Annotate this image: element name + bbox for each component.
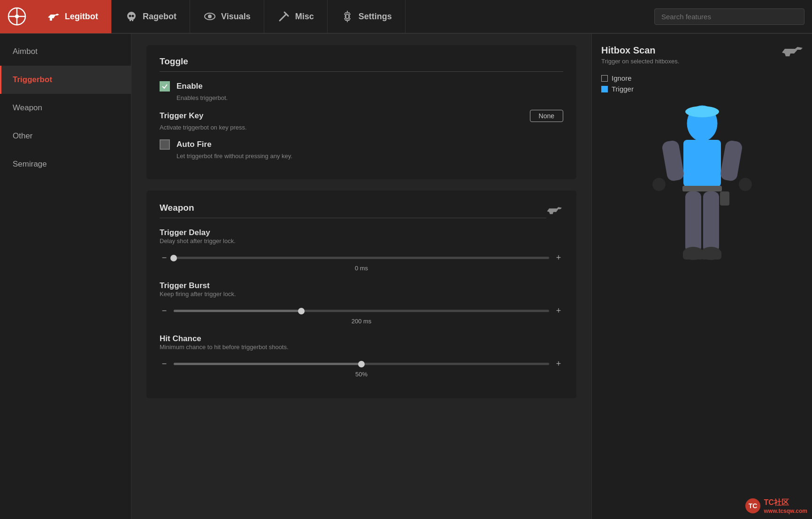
hit-chance-thumb[interactable] [358, 361, 365, 367]
trigger-delay-plus[interactable]: + [554, 253, 563, 263]
settings-label: Settings [359, 12, 392, 22]
trigger-burst-slider: Trigger Burst Keep firing after trigger … [160, 281, 563, 325]
trigger-burst-minus[interactable]: − [160, 306, 169, 316]
enable-row: Enable [160, 81, 563, 92]
hit-chance-track[interactable] [174, 363, 549, 365]
trigger-key-desc: Activate triggerbot on key press. [160, 124, 563, 131]
svg-rect-20 [719, 140, 743, 182]
svg-rect-18 [682, 186, 722, 191]
svg-rect-29 [720, 191, 729, 206]
legitbot-icon [47, 10, 60, 23]
right-panel: Hitbox Scan Trigger on selected hitboxes… [591, 34, 812, 519]
visuals-label: Visuals [221, 12, 251, 22]
character-svg [632, 98, 773, 323]
content-area: Toggle Enable Enables triggerbot. Trigge… [131, 34, 591, 519]
character-display [601, 98, 803, 323]
sidebar-item-aimbot[interactable]: Aimbot [0, 38, 131, 66]
svg-text:TC: TC [748, 502, 757, 510]
trigger-burst-value: 200 ms [160, 318, 563, 325]
sidebar-item-triggerbot[interactable]: Triggerbot [0, 66, 131, 94]
trigger-delay-slider: Trigger Delay Delay shot after trigger l… [160, 228, 563, 272]
trigger-burst-track[interactable] [174, 310, 549, 312]
trigger-key-button[interactable]: None [530, 110, 563, 122]
watermark-icon: TC [744, 497, 761, 514]
panel-gun-icon [781, 43, 804, 60]
trigger-burst-fill [174, 310, 301, 312]
svg-rect-17 [683, 140, 721, 187]
svg-rect-23 [685, 191, 701, 252]
logo [0, 0, 34, 33]
svg-point-8 [129, 15, 131, 17]
enable-desc: Enables triggerbot. [176, 94, 563, 101]
weapon-gun-icon [546, 202, 563, 219]
hit-chance-slider: Hit Chance Minimum chance to hit before … [160, 334, 563, 378]
trigger-box [601, 86, 608, 92]
misc-icon [277, 10, 291, 23]
svg-point-5 [127, 12, 136, 20]
sidebar-item-semirage[interactable]: Semirage [0, 150, 131, 178]
svg-point-9 [131, 15, 134, 17]
autofire-desc: Let triggerbot fire without pressing any… [176, 153, 563, 160]
trigger-burst-thumb[interactable] [298, 308, 305, 314]
panel-title: Hitbox Scan [601, 45, 803, 56]
svg-rect-4 [50, 18, 52, 21]
misc-label: Misc [295, 12, 314, 22]
trigger-delay-track[interactable] [174, 257, 549, 259]
settings-icon [341, 10, 354, 23]
weapon-section-header: Weapon [160, 202, 563, 219]
svg-point-16 [685, 106, 719, 117]
sidebar-item-other[interactable]: Other [0, 122, 131, 150]
tab-misc[interactable]: Misc [264, 0, 328, 33]
autofire-checkbox[interactable] [160, 139, 170, 150]
trigger-delay-minus[interactable]: − [160, 253, 169, 263]
watermark: TC TC社区 www.tcsqw.com [744, 497, 807, 514]
hit-chance-fill [174, 363, 361, 365]
enable-checkbox[interactable] [160, 81, 170, 92]
svg-rect-24 [703, 191, 719, 252]
watermark-text: TC社区 [764, 498, 807, 508]
tab-visuals[interactable]: Visuals [190, 0, 264, 33]
search-input[interactable] [654, 8, 804, 25]
trigger-burst-label: Trigger Burst [160, 281, 210, 290]
sidebar-item-weapon[interactable]: Weapon [0, 94, 131, 122]
hit-chance-minus[interactable]: − [160, 359, 169, 369]
panel-gun-svg [781, 43, 804, 58]
weapon-section-title: Weapon [160, 203, 546, 218]
trigger-key-row: Trigger Key None [160, 110, 563, 122]
svg-point-11 [208, 15, 212, 18]
hit-chance-plus[interactable]: + [554, 359, 563, 369]
legitbot-label: Legitbot [65, 12, 98, 22]
weapon-section: Weapon Trigger Delay Delay shot after tr… [146, 191, 576, 398]
svg-rect-28 [701, 250, 721, 260]
trigger-burst-plus[interactable]: + [554, 306, 563, 316]
ragebot-label: Ragebot [143, 12, 176, 22]
trigger-delay-thumb[interactable] [170, 255, 177, 261]
toggle-section-header: Toggle [160, 56, 563, 72]
svg-rect-26 [683, 250, 704, 260]
trigger-key-label: Trigger Key [160, 111, 204, 121]
tab-legitbot[interactable]: Legitbot [34, 0, 112, 33]
hit-chance-value: 50% [160, 371, 563, 378]
trigger-delay-label: Trigger Delay [160, 228, 210, 237]
svg-rect-30 [698, 139, 706, 145]
svg-point-3 [15, 15, 19, 18]
visuals-icon [203, 10, 216, 23]
trigger-burst-desc: Keep firing after trigger lock. [160, 290, 563, 298]
hit-chance-label: Hit Chance [160, 334, 201, 343]
svg-point-21 [652, 178, 666, 191]
autofire-row: Auto Fire [160, 139, 563, 150]
svg-rect-19 [661, 140, 684, 182]
panel-desc: Trigger on selected hitboxes. [601, 58, 803, 65]
toggle-section-title: Toggle [160, 56, 563, 72]
trigger-delay-value: 0 ms [160, 265, 563, 272]
ignore-box [601, 75, 608, 82]
legend-ignore: Ignore [601, 74, 803, 82]
sidebar: Aimbot Triggerbot Weapon Other Semirage [0, 34, 131, 519]
ignore-label: Ignore [612, 74, 632, 82]
tab-settings[interactable]: Settings [328, 0, 406, 33]
trigger-label: Trigger [612, 85, 634, 93]
hit-chance-desc: Minimum chance to hit before triggerbot … [160, 343, 563, 351]
enable-label: Enable [176, 82, 203, 91]
legend-trigger: Trigger [601, 85, 803, 93]
tab-ragebot[interactable]: Ragebot [112, 0, 190, 33]
